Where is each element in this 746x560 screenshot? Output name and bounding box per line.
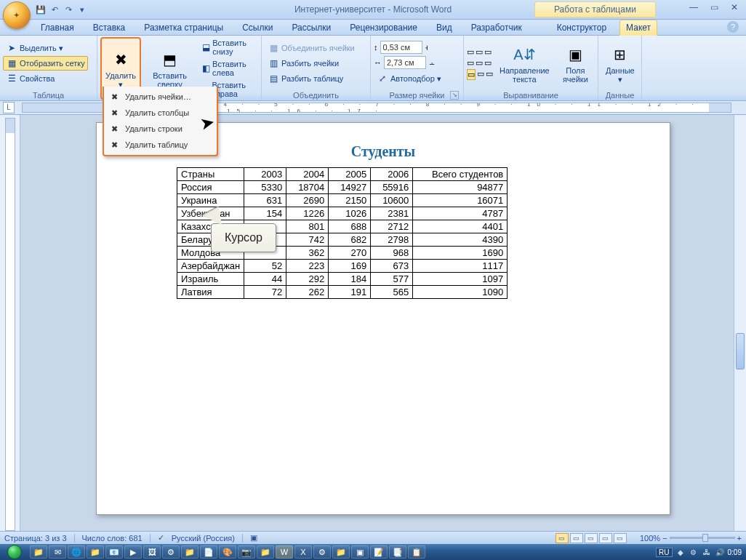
taskbar-item[interactable]: 📁 — [257, 545, 274, 559]
tray-icon[interactable]: ⚙ — [689, 547, 699, 557]
align-tr-icon[interactable]: ▭ — [484, 47, 492, 57]
tab-table-layout[interactable]: Макет — [619, 20, 657, 36]
taskbar-item[interactable]: 📝 — [370, 545, 388, 559]
taskbar-item[interactable]: ▣ — [351, 545, 369, 559]
table-row[interactable]: Россия533018704149275591694877 — [177, 181, 508, 194]
table-cell[interactable]: 1117 — [413, 260, 508, 273]
split-cells-button[interactable]: ▥Разбить ячейки — [265, 56, 358, 71]
table-cell[interactable]: 270 — [329, 247, 371, 260]
view-draft[interactable]: ▭ — [614, 533, 627, 543]
table-cell[interactable]: Украина — [177, 194, 244, 207]
table-header-cell[interactable]: 2005 — [329, 168, 371, 181]
table-cell[interactable]: 292 — [286, 273, 329, 286]
zoom-in-button[interactable]: + — [737, 534, 742, 543]
table-cell[interactable]: 10600 — [371, 194, 413, 207]
table-cell[interactable]: 968 — [371, 247, 413, 260]
delete-table-item[interactable]: ✖Удалить таблицу — [105, 137, 215, 153]
undo-icon[interactable]: ↶ — [49, 4, 60, 15]
tab-mailings[interactable]: Рассылки — [286, 20, 337, 35]
tray-volume-icon[interactable]: 🔊 — [715, 547, 725, 557]
tab-table-design[interactable]: Конструктор — [551, 20, 612, 35]
table-row[interactable]: Украина631269021501060016071 — [177, 194, 508, 207]
taskbar-item[interactable]: 🌐 — [68, 545, 85, 559]
table-cell[interactable]: 1090 — [413, 286, 508, 299]
table-cell[interactable]: 14927 — [329, 181, 371, 194]
taskbar-item[interactable]: ▶ — [124, 545, 142, 559]
zoom-slider-thumb[interactable] — [702, 534, 708, 542]
minimize-button[interactable]: ― — [686, 2, 701, 12]
tab-home[interactable]: Главная — [35, 20, 80, 35]
start-button[interactable] — [0, 544, 29, 560]
table-cell[interactable]: 688 — [329, 220, 371, 233]
table-header-cell[interactable]: 2003 — [244, 168, 286, 181]
align-tl-icon[interactable]: ▭ — [467, 47, 474, 57]
table-row[interactable]: Узбекистан1541226102623814787 — [177, 207, 508, 220]
view-outline[interactable]: ▭ — [599, 533, 612, 543]
tab-developer[interactable]: Разработчик — [465, 20, 528, 35]
tab-references[interactable]: Ссылки — [236, 20, 278, 35]
taskbar-item[interactable]: 📁 — [30, 545, 47, 559]
restore-button[interactable]: ▭ — [707, 2, 721, 12]
split-table-button[interactable]: ▤Разбить таблицу — [265, 71, 358, 86]
table-cell[interactable]: Латвия — [177, 286, 244, 299]
table-header-cell[interactable]: Всего студентов — [413, 168, 508, 181]
delete-rows-item[interactable]: ✖Удалить строки — [105, 121, 215, 137]
tab-insert[interactable]: Вставка — [87, 20, 132, 35]
vertical-ruler[interactable] — [0, 115, 20, 531]
macro-record-icon[interactable]: ▣ — [250, 533, 257, 543]
align-tc-icon[interactable]: ▭ — [476, 47, 483, 57]
table-cell[interactable]: Израиль — [177, 273, 244, 286]
taskbar-item[interactable]: 📁 — [87, 545, 104, 559]
table-cell[interactable]: 801 — [286, 220, 329, 233]
table-cell[interactable]: 52 — [244, 260, 286, 273]
redo-icon[interactable]: ↷ — [63, 4, 74, 15]
table-cell[interactable]: 362 — [286, 247, 329, 260]
table-cell[interactable]: 2690 — [286, 194, 329, 207]
taskbar-item[interactable]: 📷 — [238, 545, 255, 559]
text-direction-button[interactable]: A⇵Направление текста — [495, 37, 554, 89]
insert-below-button[interactable]: ⬓Вставить снизу — [198, 37, 258, 57]
taskbar-word-active[interactable]: W — [276, 545, 293, 559]
status-language[interactable]: Русский (Россия) — [172, 534, 235, 543]
qat-more-icon[interactable]: ▾ — [76, 4, 88, 15]
table-cell[interactable]: 742 — [286, 233, 329, 247]
status-word-count[interactable]: Число слов: 681 — [82, 534, 143, 543]
table-cell[interactable]: 4390 — [413, 233, 508, 247]
align-br-icon[interactable]: ▭ — [486, 69, 493, 80]
table-cell[interactable]: Россия — [177, 181, 244, 194]
insert-left-button[interactable]: ◧Вставить слева — [198, 58, 258, 79]
save-icon[interactable]: 💾 — [35, 4, 47, 15]
align-bl-icon[interactable]: ▭ — [467, 69, 476, 80]
table-cell[interactable]: 2150 — [329, 194, 371, 207]
view-web[interactable]: ▭ — [585, 533, 598, 543]
table-cell[interactable]: 18704 — [286, 181, 329, 194]
view-full-screen[interactable]: ▭ — [570, 533, 583, 543]
tab-view[interactable]: Вид — [430, 20, 458, 35]
table-cell[interactable]: 72 — [244, 286, 286, 299]
col-width-input[interactable]: 2,73 см — [384, 56, 426, 69]
scrollbar-thumb[interactable] — [736, 333, 745, 369]
row-height-input[interactable]: 0,53 см — [380, 41, 422, 54]
zoom-value[interactable]: 100% — [640, 534, 660, 543]
delete-cells-item[interactable]: ✖Удалить ячейки… — [105, 89, 215, 105]
zoom-slider[interactable] — [670, 537, 735, 539]
table-cell[interactable]: 577 — [371, 273, 413, 286]
table-cell[interactable]: 184 — [329, 273, 371, 286]
table-cell[interactable]: 94877 — [413, 181, 508, 194]
table-cell[interactable]: 191 — [329, 286, 371, 299]
taskbar-item[interactable]: 📁 — [181, 545, 198, 559]
table-cell[interactable]: 154 — [244, 207, 286, 220]
table-cell[interactable]: 16071 — [413, 194, 508, 207]
taskbar-item[interactable]: 🖼 — [143, 545, 161, 559]
taskbar-item[interactable]: ⚙ — [162, 545, 180, 559]
help-button[interactable]: ? — [727, 21, 739, 33]
table-header-cell[interactable]: 2004 — [286, 168, 329, 181]
align-bc-icon[interactable]: ▭ — [477, 69, 484, 80]
taskbar-item[interactable]: ✉ — [49, 545, 66, 559]
spellcheck-icon[interactable]: ✓ — [158, 533, 164, 543]
tray-network-icon[interactable]: 🖧 — [702, 547, 712, 557]
table-cell[interactable]: 262 — [286, 286, 329, 299]
properties-button[interactable]: ☰Свойства — [3, 71, 88, 86]
table-cell[interactable]: 44 — [244, 273, 286, 286]
table-cell[interactable]: Азербайджан — [177, 260, 244, 273]
